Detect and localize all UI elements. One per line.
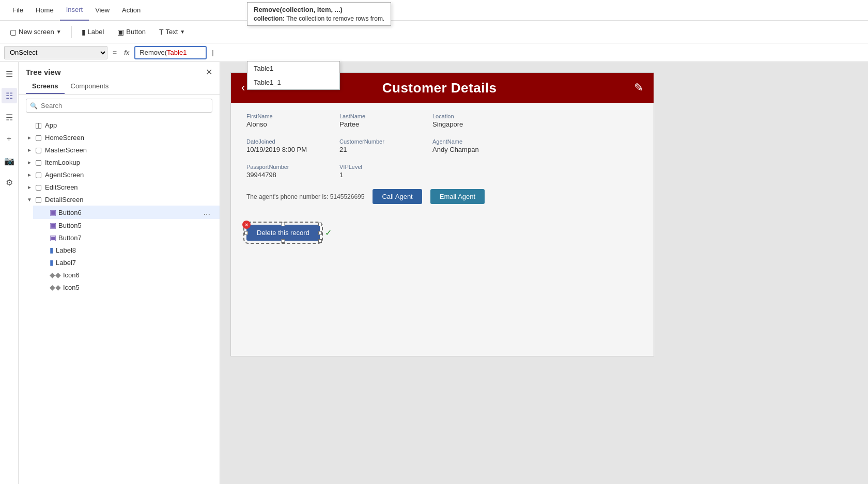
sidebar-item-detailscreen[interactable]: ▼ ▢ DetailScreen — [19, 193, 220, 206]
sidebar-item-itemlookup[interactable]: ► ▢ ItemLookup — [19, 156, 220, 168]
sidebar-item-button5[interactable]: ▣ Button5 — [33, 219, 220, 231]
edit-icon[interactable]: ✎ — [634, 81, 643, 95]
back-icon[interactable]: ‹ — [241, 81, 245, 95]
icon-icon: ◆◆ — [50, 271, 61, 279]
screen-preview: ‹ Customer Details ✎ FirstName Alonso La… — [230, 72, 654, 356]
sidebar-item-icon5[interactable]: ◆◆ Icon5 — [33, 281, 220, 293]
tab-components[interactable]: Components — [65, 79, 115, 94]
equals-sign: = — [111, 49, 119, 57]
screen-icon: ▢ — [35, 195, 42, 204]
email-agent-button[interactable]: Email Agent — [430, 189, 485, 204]
sidebar-item-homescreen[interactable]: ► ▢ HomeScreen — [19, 131, 220, 144]
delete-x-button[interactable]: ✕ — [242, 221, 251, 229]
search-icon: 🔍 — [30, 102, 38, 110]
screen-icon: ▢ — [35, 133, 42, 142]
chevron-icon: ► — [26, 172, 33, 178]
sidebar-item-label: EditScreen — [45, 183, 212, 191]
fx-label: fx — [122, 49, 131, 56]
agent-row: The agent's phone number is: 5145526695 … — [246, 189, 638, 204]
sidebar-item-button6[interactable]: ▣ Button6 ... — [33, 206, 220, 219]
fields-row-1: FirstName Alonso LastName Partee Locatio… — [246, 113, 638, 128]
sidebar-item-label: DetailScreen — [45, 196, 212, 204]
handle-top-right — [318, 223, 322, 226]
media-icon[interactable]: 📷 — [2, 153, 17, 168]
menu-action[interactable]: Action — [116, 0, 147, 21]
screen-icon: ▢ — [35, 183, 42, 191]
customer-details-body: FirstName Alonso LastName Partee Locatio… — [231, 103, 654, 256]
field-passportnumber: PassportNumber 39944798 — [246, 164, 319, 179]
more-options-button[interactable]: ... — [202, 208, 212, 217]
tab-screens[interactable]: Screens — [26, 79, 65, 94]
sidebar-item-app[interactable]: ◫ App — [19, 119, 220, 131]
autocomplete-dropdown: Table1 Table1_1 — [247, 61, 340, 90]
sidebar-item-label: Button5 — [58, 222, 212, 229]
autocomplete-item-1[interactable]: Table1_1 — [247, 75, 339, 89]
label-button[interactable]: ▮ Label — [76, 25, 110, 39]
sidebar-item-agentscreen[interactable]: ► ▢ AgentScreen — [19, 168, 220, 181]
chevron-icon: ► — [26, 147, 33, 153]
firstname-label: FirstName — [246, 113, 319, 119]
menu-home[interactable]: Home — [29, 0, 60, 21]
main-layout: ☰ ☷ ☴ + 📷 ⚙ Tree view ✕ Screens Componen… — [0, 62, 868, 484]
fields-row-3: PassportNumber 39944798 VIPLevel 1 — [246, 164, 638, 179]
sidebar-close-button[interactable]: ✕ — [206, 67, 212, 77]
text-icon: T — [159, 28, 164, 36]
sidebar-item-masterscreen[interactable]: ► ▢ MasterScreen — [19, 144, 220, 156]
menu-file[interactable]: File — [6, 0, 29, 21]
tree-view-icon[interactable]: ☷ — [2, 88, 17, 103]
sidebar-item-label: Label7 — [56, 259, 212, 267]
formula-func-name: Remove( — [140, 49, 167, 56]
menu-insert[interactable]: Insert — [60, 0, 89, 21]
sidebar-item-label: Icon5 — [63, 284, 212, 291]
sidebar-tree: ◫ App ► ▢ HomeScreen ► ▢ MasterScreen ► … — [19, 117, 220, 484]
left-strip: ☰ ☷ ☴ + 📷 ⚙ — [0, 62, 19, 484]
data-icon[interactable]: ☴ — [2, 110, 17, 125]
screen-icon: ▢ — [35, 170, 42, 179]
formula-param: collection: The collection to remove row… — [254, 15, 384, 22]
sidebar-item-icon6[interactable]: ◆◆ Icon6 — [33, 269, 220, 281]
sidebar-item-editscreen[interactable]: ► ▢ EditScreen — [19, 181, 220, 193]
field-location: Location Singapore — [432, 113, 505, 128]
button-icon: ▣ — [50, 233, 56, 242]
formula-tooltip: Remove(collection, item, ...) collection… — [247, 2, 391, 26]
chevron-down-icon: ▼ — [56, 29, 61, 35]
sidebar-item-label: Icon6 — [63, 271, 212, 279]
chevron-icon: ► — [26, 160, 33, 165]
autocomplete-item-0[interactable]: Table1 — [247, 61, 339, 75]
property-selector[interactable]: OnSelect — [4, 46, 107, 59]
field-datejoined: DateJoined 10/19/2019 8:00 PM — [246, 138, 319, 153]
text-button[interactable]: T Text ▼ — [153, 25, 191, 39]
sidebar-item-label7[interactable]: ▮ Label7 — [33, 256, 220, 269]
settings-icon[interactable]: ⚙ — [2, 175, 17, 190]
chevron-icon: ► — [26, 135, 33, 140]
location-value: Singapore — [432, 120, 505, 128]
new-screen-button[interactable]: ▢ New screen ▼ — [4, 25, 67, 39]
delete-record-button[interactable]: Delete this record — [246, 225, 320, 241]
canvas-area[interactable]: ‹ Customer Details ✎ FirstName Alonso La… — [220, 62, 868, 484]
add-icon[interactable]: + — [2, 131, 17, 147]
chevron-down-icon-text: ▼ — [180, 29, 185, 35]
handle-bottom-right — [318, 239, 322, 243]
datejoined-value: 10/19/2019 8:00 PM — [246, 146, 319, 153]
formula-input[interactable]: Remove(Table1 — [134, 46, 207, 59]
call-agent-button[interactable]: Call Agent — [373, 189, 422, 204]
fields-row-2: DateJoined 10/19/2019 8:00 PM CustomerNu… — [246, 138, 638, 153]
field-customernumber: CustomerNumber 21 — [339, 138, 412, 153]
handle-bottom — [281, 239, 285, 243]
hamburger-icon[interactable]: ☰ — [2, 66, 17, 82]
sidebar-item-button7[interactable]: ▣ Button7 — [33, 231, 220, 244]
handle-left — [244, 231, 248, 235]
button-button[interactable]: ▣ Button — [112, 25, 151, 39]
formula-signature: Remove(collection, item, ...) — [254, 6, 384, 13]
detail-screen-children: ▣ Button6 ... ▣ Button5 ▣ Button7 — [19, 206, 220, 293]
passportnumber-value: 39944798 — [246, 171, 319, 179]
screen-icon: ▢ — [35, 146, 42, 154]
checkmark-icon: ✓ — [325, 228, 332, 238]
field-lastname: LastName Partee — [339, 113, 412, 128]
firstname-value: Alonso — [246, 120, 319, 128]
menu-view[interactable]: View — [89, 0, 116, 21]
button-icon: ▣ — [50, 221, 56, 229]
sidebar-item-label8[interactable]: ▮ Label8 — [33, 244, 220, 256]
location-label: Location — [432, 113, 505, 119]
search-input[interactable] — [26, 99, 212, 113]
